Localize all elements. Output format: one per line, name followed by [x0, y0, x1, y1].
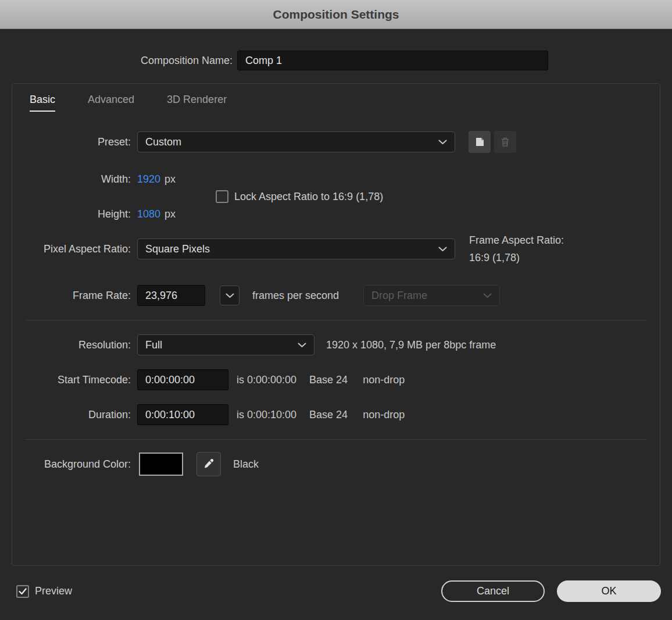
pixel-aspect-row: Pixel Aspect Ratio: Square Pixels Frame … [12, 231, 660, 266]
width-label: Width: [12, 173, 131, 186]
frame-rate-units: frames per second [252, 290, 339, 302]
dialog-footer: Preview Cancel OK [0, 580, 672, 602]
pixel-aspect-dropdown[interactable]: Square Pixels [137, 238, 455, 259]
preset-value: Custom [145, 136, 181, 148]
duration-label: Duration: [12, 409, 131, 421]
dimensions-block: Width: 1920 px Height: 1080 px Lock Aspe… [12, 162, 660, 231]
resolution-dropdown[interactable]: Full [137, 334, 314, 355]
start-timecode-label: Start Timecode: [12, 374, 131, 386]
divider [25, 320, 646, 320]
pixel-aspect-label: Pixel Aspect Ratio: [12, 243, 131, 255]
preview-checkbox[interactable] [16, 585, 29, 598]
frame-aspect-value: 16:9 (1,78) [469, 249, 564, 266]
eyedropper-icon [203, 458, 215, 470]
trash-icon [499, 136, 511, 148]
width-value[interactable]: 1920 [137, 173, 160, 186]
drop-frame-dropdown: Drop Frame [363, 285, 500, 306]
preset-label: Preset: [12, 136, 131, 148]
frame-rate-label: Frame Rate: [12, 290, 131, 302]
frame-rate-row: Frame Rate: frames per second Drop Frame [12, 278, 660, 313]
height-value[interactable]: 1080 [137, 208, 160, 220]
checkmark-icon [19, 588, 27, 595]
preset-row: Preset: Custom [12, 124, 660, 159]
composition-name-row: Composition Name: [0, 51, 672, 70]
settings-panel: Basic Advanced 3D Renderer Preset: Custo… [12, 83, 660, 566]
lock-aspect-wrap: Lock Aspect Ratio to 16:9 (1,78) [216, 190, 383, 203]
tab-basic[interactable]: Basic [30, 94, 55, 112]
save-preset-button[interactable] [469, 131, 491, 153]
lock-aspect-label: Lock Aspect Ratio to 16:9 (1,78) [234, 191, 383, 203]
frame-rate-input[interactable] [137, 285, 205, 306]
background-color-swatch[interactable] [139, 452, 183, 476]
resolution-label: Resolution: [12, 339, 131, 351]
background-color-row: Background Color: Black [12, 447, 660, 482]
background-color-name: Black [233, 458, 259, 471]
frame-rate-preset-button[interactable] [220, 286, 240, 305]
resolution-value: Full [145, 339, 162, 351]
start-timecode-row: Start Timecode: is 0:00:00:00 Base 24 no… [12, 362, 660, 397]
start-timecode-drop: non-drop [363, 374, 405, 386]
duration-row: Duration: is 0:00:10:00 Base 24 non-drop [12, 397, 660, 432]
preset-dropdown[interactable]: Custom [137, 131, 455, 152]
divider [25, 439, 646, 440]
delete-preset-button[interactable] [494, 131, 516, 153]
drop-frame-value: Drop Frame [371, 290, 427, 302]
dialog-titlebar: Composition Settings [0, 0, 672, 29]
frame-aspect-ratio: Frame Aspect Ratio: 16:9 (1,78) [469, 231, 564, 266]
preview-label: Preview [35, 585, 72, 597]
chevron-down-icon [226, 293, 234, 298]
width-unit: px [165, 173, 176, 186]
tab-3d-renderer[interactable]: 3D Renderer [167, 94, 227, 111]
tab-bar: Basic Advanced 3D Renderer [12, 94, 660, 116]
chevron-down-icon [438, 247, 447, 252]
dialog-title: Composition Settings [273, 8, 399, 22]
pixel-aspect-value: Square Pixels [145, 243, 210, 255]
chevron-down-icon [298, 343, 306, 348]
lock-aspect-checkbox[interactable] [216, 190, 228, 203]
tab-advanced[interactable]: Advanced [88, 94, 134, 111]
height-unit: px [165, 208, 176, 220]
composition-name-input[interactable] [237, 51, 548, 70]
resolution-info: 1920 x 1080, 7,9 MB per 8bpc frame [326, 339, 496, 351]
frame-aspect-label: Frame Aspect Ratio: [469, 231, 564, 249]
start-timecode-input[interactable] [137, 369, 228, 390]
ok-button[interactable]: OK [557, 580, 661, 602]
duration-converted: is 0:00:10:00 [237, 409, 296, 421]
new-preset-icon [474, 136, 485, 148]
resolution-row: Resolution: Full 1920 x 1080, 7,9 MB per… [12, 327, 660, 362]
duration-input[interactable] [137, 404, 228, 425]
start-timecode-converted: is 0:00:00:00 [237, 374, 296, 386]
preview-wrap: Preview [16, 585, 72, 598]
composition-name-label: Composition Name: [0, 55, 233, 67]
background-color-label: Background Color: [12, 458, 131, 471]
start-timecode-base: Base 24 [309, 374, 348, 386]
chevron-down-icon [483, 293, 492, 298]
chevron-down-icon [438, 140, 447, 145]
duration-drop: non-drop [363, 409, 405, 421]
duration-base: Base 24 [309, 409, 348, 421]
height-label: Height: [12, 208, 131, 220]
eyedropper-button[interactable] [196, 452, 221, 476]
cancel-button[interactable]: Cancel [441, 580, 545, 602]
